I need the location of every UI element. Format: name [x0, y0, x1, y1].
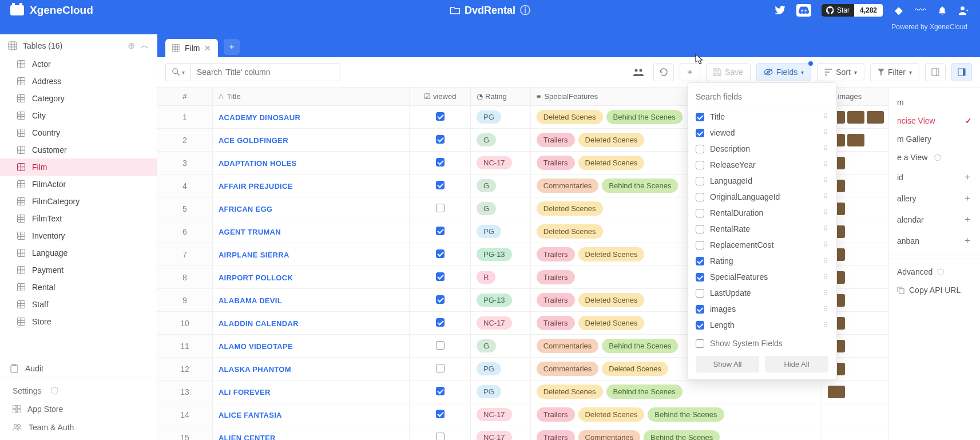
field-toggle-releaseyear[interactable]: ReleaseYear⠿ [688, 157, 836, 173]
sidebar-item-category[interactable]: Category [0, 90, 157, 107]
reload-button[interactable] [653, 63, 674, 81]
cell-viewed[interactable] [410, 266, 471, 289]
cell-title[interactable]: ALI FOREVER [212, 380, 409, 403]
cell-rating[interactable]: G [471, 197, 531, 220]
table-row[interactable]: 14ALICE FANTASIANC-17TrailersDeleted Sce… [157, 403, 980, 426]
table-row[interactable]: 3ADAPTATION HOLESNC-17TrailersDeleted Sc… [157, 152, 980, 175]
sidebar-item-customer[interactable]: Customer [0, 141, 157, 158]
view-item[interactable]: anban＋ [889, 230, 980, 251]
drag-handle-icon[interactable]: ⠿ [823, 129, 828, 137]
drag-handle-icon[interactable]: ⠿ [823, 305, 828, 313]
cell-rating[interactable]: R [471, 266, 531, 289]
field-toggle-languageid[interactable]: LanguageId⠿ [688, 173, 836, 189]
drag-handle-icon[interactable]: ⠿ [823, 177, 828, 185]
show-system-fields-toggle[interactable]: Show System Fields [688, 333, 836, 351]
sidebar-item-film[interactable]: Film [0, 158, 157, 176]
filter-button[interactable]: Filter ▾ [870, 63, 919, 81]
drag-handle-icon[interactable]: ⠿ [823, 225, 828, 233]
table-row[interactable]: 6AGENT TRUMANPGDeleted Scenes [157, 220, 980, 243]
cell-title[interactable]: AFFAIR PREJUDICE [212, 175, 409, 197]
sidebar-item-language[interactable]: Language [0, 244, 157, 261]
thumbnail[interactable] [847, 111, 864, 124]
user-menu-icon[interactable] [958, 5, 970, 16]
project-switcher[interactable]: DvdRental ⓘ [450, 3, 530, 17]
field-toggle-specialfeatures[interactable]: SpecialFeatures⠿ [688, 269, 836, 285]
view-item[interactable]: e a View [889, 148, 980, 167]
cell-viewed[interactable] [410, 335, 471, 358]
plus-icon[interactable]: ＋ [963, 213, 972, 225]
share-icon[interactable] [629, 68, 648, 76]
drag-handle-icon[interactable]: ⠿ [823, 145, 828, 153]
field-toggle-rentalduration[interactable]: RentalDuration⠿ [688, 205, 836, 221]
brand[interactable]: XgeneCloud [10, 4, 93, 17]
settings-header[interactable]: Settings [0, 382, 157, 400]
github-star[interactable]: Star 4,282 [822, 4, 883, 17]
col-viewed[interactable]: ☑viewed [410, 88, 471, 106]
table-row[interactable]: 1ACADEMY DINOSAURPGDeleted ScenesBehind … [157, 106, 980, 129]
table-row[interactable]: 15ALIEN CENTERNC-17TrailersCommentariesB… [157, 426, 980, 441]
sidebar-item-city[interactable]: City [0, 107, 157, 124]
drag-handle-icon[interactable]: ⠿ [823, 241, 828, 249]
drag-handle-icon[interactable]: ⠿ [823, 273, 828, 281]
drag-handle-icon[interactable]: ⠿ [823, 209, 828, 217]
hide-all-button[interactable]: Hide All [765, 356, 828, 372]
col-rownum[interactable]: # [157, 88, 212, 106]
view-item[interactable]: m Gallery [889, 130, 980, 148]
paint-icon[interactable]: ◆ [893, 5, 904, 16]
cell-viewed[interactable] [410, 243, 471, 266]
sidebar-item-country[interactable]: Country [0, 124, 157, 141]
field-toggle-rating[interactable]: Rating⠿ [688, 253, 836, 269]
cell-rating[interactable]: G [471, 175, 531, 197]
cell-specialfeatures[interactable]: TrailersCommentariesBehind the Scenes [530, 426, 822, 441]
side-panel-button[interactable] [951, 63, 972, 81]
plus-icon[interactable]: ＋ [963, 171, 972, 183]
field-toggle-length[interactable]: Length⠿ [688, 317, 836, 333]
sidebar-item-filmactor[interactable]: FilmActor [0, 176, 157, 193]
table-row[interactable]: 10ALADDIN CALENDARNC-17TrailersDeleted S… [157, 312, 980, 335]
view-item[interactable]: m [889, 93, 980, 112]
sort-button[interactable]: Sort ▾ [817, 63, 864, 81]
cell-title[interactable]: ALASKA PHANTOM [212, 358, 409, 380]
plus-icon[interactable]: ＋ [963, 192, 972, 204]
cell-title[interactable]: ALADDIN CALENDAR [212, 312, 409, 335]
sidebar-item-actor[interactable]: Actor [0, 56, 157, 73]
discord-icon[interactable] [796, 4, 811, 17]
thumbnail[interactable] [867, 111, 884, 124]
sidebar-item-payment[interactable]: Payment [0, 261, 157, 279]
field-toggle-viewed[interactable]: viewed⠿ [688, 125, 836, 141]
sidebar-item-audit[interactable]: Audit [0, 359, 157, 378]
cell-title[interactable]: AIRPORT POLLOCK [212, 266, 409, 289]
cell-rating[interactable]: G [471, 129, 531, 152]
field-toggle-lastupdate[interactable]: LastUpdate⠿ [688, 285, 836, 301]
view-item[interactable]: ncise View✓ [889, 112, 980, 130]
field-toggle-rentalrate[interactable]: RentalRate⠿ [688, 221, 836, 237]
cell-viewed[interactable] [410, 312, 471, 335]
field-toggle-images[interactable]: images⠿ [688, 301, 836, 317]
sidebar-item-staff[interactable]: Staff [0, 296, 157, 313]
view-item[interactable]: allery＋ [889, 188, 980, 209]
drag-handle-icon[interactable]: ⠿ [823, 289, 828, 297]
cell-title[interactable]: AGENT TRUMAN [212, 220, 409, 243]
cell-rating[interactable]: NC-17 [471, 312, 531, 335]
cell-title[interactable]: ALICE FANTASIA [212, 403, 409, 426]
sidebar-item-appstore[interactable]: App Store [0, 400, 157, 418]
cell-viewed[interactable] [410, 220, 471, 243]
cell-title[interactable]: ALAMO VIDEOTAPE [212, 335, 409, 358]
add-table-icon[interactable]: ⊕ [128, 40, 135, 51]
table-row[interactable]: 4AFFAIR PREJUDICEGCommentariesBehind the… [157, 175, 980, 197]
cell-title[interactable]: AIRPLANE SIERRA [212, 243, 409, 266]
cell-viewed[interactable] [410, 403, 471, 426]
view-item[interactable]: id＋ [889, 167, 980, 188]
cell-viewed[interactable] [410, 380, 471, 403]
table-row[interactable]: 11ALAMO VIDEOTAPEGCommentariesBehind the… [157, 335, 980, 358]
cell-rating[interactable]: NC-17 [471, 152, 531, 175]
table-row[interactable]: 8AIRPORT POLLOCKRTrailers [157, 266, 980, 289]
tables-header[interactable]: Tables (16) ⊕ ︿ [0, 34, 157, 56]
add-tab-button[interactable]: ＋ [224, 39, 240, 55]
cell-rating[interactable]: PG-13 [471, 289, 531, 312]
cell-rating[interactable]: PG [471, 380, 531, 403]
cell-viewed[interactable] [410, 289, 471, 312]
field-toggle-replacementcost[interactable]: ReplacementCost⠿ [688, 237, 836, 253]
drag-handle-icon[interactable]: ⠿ [823, 321, 828, 329]
table-row[interactable]: 9ALABAMA DEVILPG-13TrailersDeleted Scene… [157, 289, 980, 312]
